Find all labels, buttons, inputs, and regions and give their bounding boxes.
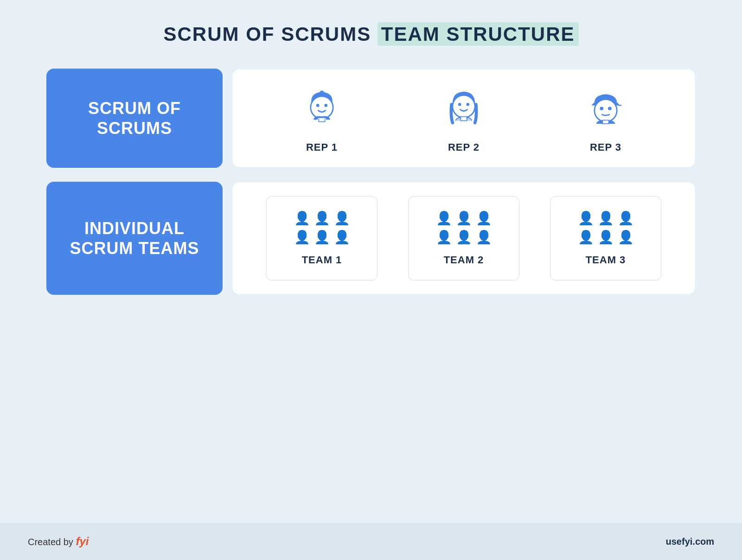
team1-icon-4: 👤 <box>294 229 310 245</box>
created-by-text: Created by <box>28 537 76 547</box>
team2-card: 👤 👤 👤 👤 👤 👤 TEAM 2 <box>408 196 519 280</box>
rep2-avatar <box>438 83 489 134</box>
main-content: SCRUM OF SCRUMS TEAM STRUCTURE SCRUM OF … <box>0 0 742 523</box>
rep3-item: REP 3 <box>580 83 631 153</box>
team2-icon-4: 👤 <box>436 229 452 245</box>
footer: Created by fyi usefyi.com <box>0 523 742 560</box>
team1-icons: 👤 👤 👤 👤 👤 👤 <box>294 210 350 245</box>
team2-icon-5: 👤 <box>456 229 472 245</box>
reps-content-box: REP 1 <box>232 69 696 168</box>
rep3-label: REP 3 <box>590 141 621 153</box>
svg-point-4 <box>453 95 475 117</box>
team1-icon-6: 👤 <box>334 229 350 245</box>
individual-scrum-teams-label: INDIVIDUAL SCRUM TEAMS <box>70 218 199 258</box>
team3-icon-5: 👤 <box>598 229 614 245</box>
svg-rect-11 <box>602 120 608 124</box>
team2-icons: 👤 👤 👤 👤 👤 👤 <box>436 210 492 245</box>
rep1-label: REP 1 <box>306 141 338 153</box>
team1-label: TEAM 1 <box>302 254 342 266</box>
team3-icon-3: 👤 <box>618 210 634 226</box>
team1-icon-5: 👤 <box>314 229 330 245</box>
svg-point-5 <box>458 103 461 106</box>
svg-point-0 <box>311 96 333 119</box>
title-part1: SCRUM OF SCRUMS <box>164 23 377 45</box>
title-area: SCRUM OF SCRUMS TEAM STRUCTURE <box>164 23 579 45</box>
team1-icon-3: 👤 <box>334 210 350 226</box>
team3-label: TEAM 3 <box>586 254 626 266</box>
rep1-item: REP 1 <box>296 83 347 153</box>
footer-brand: fyi <box>76 535 89 547</box>
scrum-of-scrums-label-box: SCRUM OF SCRUMS <box>46 69 223 168</box>
rep2-item: REP 2 <box>438 83 489 153</box>
rep2-label: REP 2 <box>448 141 480 153</box>
svg-point-1 <box>316 104 320 107</box>
team1-icon-1: 👤 <box>294 210 310 226</box>
scrum-of-scrums-label: SCRUM OF SCRUMS <box>88 98 181 138</box>
team2-icon-6: 👤 <box>476 229 492 245</box>
team3-card: 👤 👤 👤 👤 👤 👤 TEAM 3 <box>550 196 661 280</box>
teams-content-box: 👤 👤 👤 👤 👤 👤 TEAM 1 👤 👤 👤 <box>232 182 696 295</box>
individual-scrum-teams-row: INDIVIDUAL SCRUM TEAMS 👤 👤 👤 👤 👤 👤 TEA <box>46 182 696 295</box>
scrum-of-scrums-row: SCRUM OF SCRUMS <box>46 69 696 168</box>
rep1-avatar <box>296 83 347 134</box>
team3-icon-4: 👤 <box>578 229 594 245</box>
svg-point-6 <box>467 103 470 106</box>
svg-rect-7 <box>461 117 467 121</box>
svg-point-9 <box>600 107 603 110</box>
individual-scrum-teams-label-box: INDIVIDUAL SCRUM TEAMS <box>46 182 223 295</box>
team2-icon-3: 👤 <box>476 210 492 226</box>
team2-label: TEAM 2 <box>444 254 484 266</box>
team2-icon-2: 👤 <box>456 210 472 226</box>
team3-icons: 👤 👤 👤 👤 👤 👤 <box>578 210 634 245</box>
footer-website: usefyi.com <box>666 536 714 547</box>
title-part2: TEAM STRUCTURE <box>377 22 579 46</box>
page-title: SCRUM OF SCRUMS TEAM STRUCTURE <box>164 23 579 45</box>
team2-icon-1: 👤 <box>436 210 452 226</box>
footer-left: Created by fyi <box>28 535 89 548</box>
rows-container: SCRUM OF SCRUMS <box>46 69 696 295</box>
svg-point-8 <box>595 99 617 121</box>
svg-point-2 <box>325 104 328 107</box>
team1-icon-2: 👤 <box>314 210 330 226</box>
svg-rect-3 <box>319 118 325 122</box>
team3-icon-1: 👤 <box>578 210 594 226</box>
team1-card: 👤 👤 👤 👤 👤 👤 TEAM 1 <box>266 196 377 280</box>
team3-icon-6: 👤 <box>618 229 634 245</box>
svg-point-10 <box>608 107 612 110</box>
team3-icon-2: 👤 <box>598 210 614 226</box>
rep3-avatar <box>580 83 631 134</box>
